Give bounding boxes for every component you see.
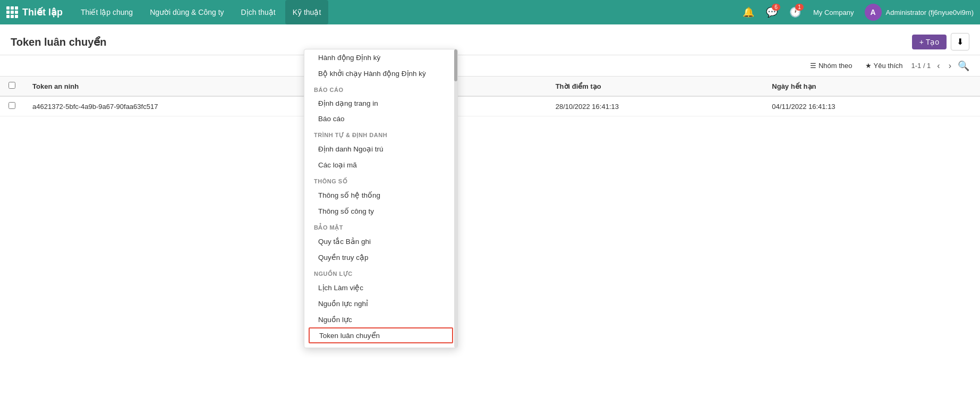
next-page-button[interactable]: › <box>947 60 953 72</box>
section-label-bao-cao: Báo cáo <box>304 81 457 95</box>
data-table: Token an ninh ID Bản ghi Thời điểm tạo N… <box>0 77 980 116</box>
dropdown-item-quyen-truy-cap[interactable]: Quyền truy cập <box>304 249 457 265</box>
col-created: Thời điểm tạo <box>547 77 764 96</box>
page-actions: + Tạo ⬇ <box>912 33 969 50</box>
page-header: Token luân chuyển + Tạo ⬇ <box>0 24 980 55</box>
dropdown-item-quy-tac[interactable]: Quy tắc Bản ghi <box>304 233 457 249</box>
group-by-button[interactable]: ☰ Nhóm theo <box>806 60 857 72</box>
section-label-nguon-luc: Nguồn lực <box>304 265 457 280</box>
dropdown-item-hanh-dong[interactable]: Hành động Định kỳ <box>304 49 457 65</box>
scrollbar-thumb <box>454 49 457 81</box>
app-brand[interactable]: Thiết lập <box>6 6 63 18</box>
dropdown-item-thong-so-cong-ty[interactable]: Thông số công ty <box>304 203 457 219</box>
scrollbar[interactable] <box>454 49 457 348</box>
list-icon: ☰ <box>810 62 816 70</box>
bell-icon[interactable]: 🔔 <box>739 3 758 22</box>
col-expires: Ngày hết hạn <box>763 77 980 96</box>
toolbar-right: ☰ Nhóm theo ★ Yêu thích 1-1 / 1 ‹ › 🔍 <box>806 60 969 72</box>
section-label-trinh-tu: Trình tự & Định danh <box>304 126 457 141</box>
dropdown-item-token-luan-chuyen[interactable]: Token luân chuyển <box>309 327 453 343</box>
search-icon[interactable]: 🔍 <box>958 60 969 72</box>
section-label-bao-mat: Bảo mật <box>304 219 457 233</box>
dropdown-item-thong-so-he-thong[interactable]: Thông số hệ thống <box>304 187 457 203</box>
section-label-thong-so: Thông số <box>304 173 457 187</box>
page-title: Token luân chuyển <box>11 36 107 48</box>
clock-badge: 1 <box>795 4 804 11</box>
brand-label: Thiết lập <box>22 6 63 18</box>
top-navigation: Thiết lập Thiết lập chung Người dùng & C… <box>0 0 980 24</box>
export-button[interactable]: ⬇ <box>951 33 969 50</box>
avatar[interactable]: A <box>865 4 882 21</box>
nav-item-dich-thuat[interactable]: Dịch thuật <box>234 0 283 24</box>
topnav-right: 🔔 💬 6 🕐 1 My Company A Administrator (fj… <box>739 3 974 22</box>
toolbar: ☰ Nhóm theo ★ Yêu thích 1-1 / 1 ‹ › 🔍 <box>0 55 980 77</box>
company-name[interactable]: My Company <box>809 9 858 16</box>
row-created: 28/10/2022 16:41:13 <box>547 96 764 116</box>
dropdown-item-nguon-luc-nghi[interactable]: Nguồn lực nghỉ <box>304 296 457 311</box>
dropdown-item-dinh-danh[interactable]: Định danh Ngoại trú <box>304 141 457 157</box>
dropdown-item-lich-lam-viec[interactable]: Lịch Làm việc <box>304 280 457 296</box>
dropdown-item-bo-khoi-chay[interactable]: Bộ khởi chạy Hành động Định kỳ <box>304 65 457 81</box>
dropdown-item-nguon-luc[interactable]: Nguồn lực <box>304 311 457 327</box>
star-icon: ★ <box>865 62 872 70</box>
nav-item-ky-thuat[interactable]: Kỹ thuật <box>285 0 329 24</box>
chat-icon[interactable]: 💬 6 <box>762 3 781 22</box>
ky-thuat-dropdown: Hành động Định kỳ Bộ khởi chạy Hành động… <box>304 49 458 348</box>
select-all-checkbox[interactable] <box>8 82 15 89</box>
table-row[interactable]: a4621372-5bfc-4a9b-9a67-90faa63fc517 16 … <box>0 96 980 116</box>
favorites-button[interactable]: ★ Yêu thích <box>861 60 907 72</box>
main-content: Token luân chuyển + Tạo ⬇ ☰ Nhóm theo ★ … <box>0 24 980 405</box>
chat-badge: 6 <box>772 4 780 11</box>
pagination-info: 1-1 / 1 <box>911 62 931 70</box>
nav-item-nguoi-dung[interactable]: Người dùng & Công ty <box>142 0 231 24</box>
prev-page-button[interactable]: ‹ <box>935 60 942 72</box>
nav-item-thiet-lap-chung[interactable]: Thiết lập chung <box>73 0 140 24</box>
row-checkbox[interactable] <box>8 102 15 109</box>
dropdown-item-dinh-dang[interactable]: Định dạng trang in <box>304 95 457 111</box>
row-expires: 04/11/2022 16:41:13 <box>763 96 980 116</box>
dropdown-item-cac-loai-ma[interactable]: Các loại mã <box>304 157 457 173</box>
dropdown-item-bao-cao[interactable]: Báo cáo <box>304 111 457 126</box>
clock-icon[interactable]: 🕐 1 <box>786 3 805 22</box>
user-name[interactable]: Administrator (fj6nyue0vi9m) <box>886 9 974 16</box>
create-button[interactable]: + Tạo <box>912 35 947 49</box>
grid-icon <box>6 6 18 18</box>
